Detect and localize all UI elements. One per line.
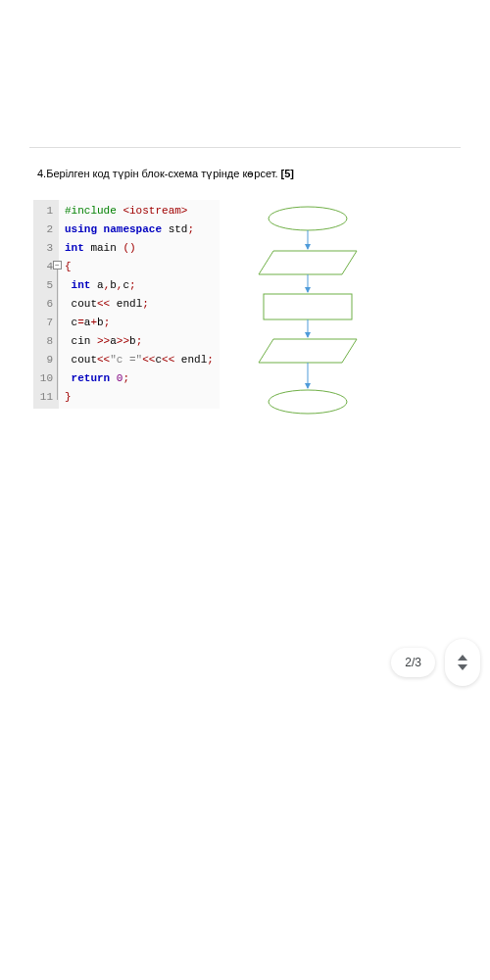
flow-parallelogram-input: [259, 251, 357, 274]
divider: [29, 147, 461, 148]
page-counter: 2/3: [391, 648, 435, 677]
document-page: 4.Берілген код түрін блок-схема түрінде …: [0, 0, 490, 980]
flow-terminator-end: [269, 390, 347, 414]
flowchart-svg: [249, 204, 367, 429]
flow-terminator-start: [269, 207, 347, 230]
question-body: 4.Берілген код түрін блок-схема түрінде …: [37, 168, 281, 179]
code-block: 1234−567891011 #include <iostream> using…: [33, 200, 220, 409]
code-body: #include <iostream> using namespace std;…: [59, 200, 220, 409]
page-up-icon[interactable]: [458, 655, 467, 661]
question-text: 4.Берілген код түрін блок-схема түрінде …: [0, 168, 490, 200]
page-down-icon[interactable]: [458, 664, 467, 670]
page-spinner[interactable]: [445, 639, 480, 686]
page-indicator: 2/3: [391, 639, 480, 686]
question-points: [5]: [281, 168, 294, 179]
flowchart: [249, 200, 367, 433]
code-gutter: 1234−567891011: [33, 200, 59, 409]
flow-rectangle-process: [264, 294, 352, 319]
flow-parallelogram-output: [259, 339, 357, 363]
content-row: 1234−567891011 #include <iostream> using…: [0, 200, 490, 433]
